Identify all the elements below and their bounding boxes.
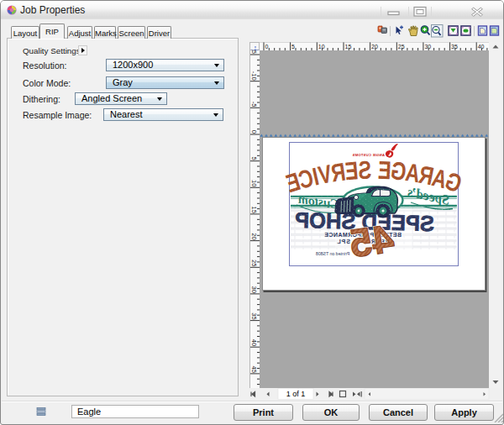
svg-text:35: 35 [250, 312, 258, 319]
svg-text:20: 20 [250, 233, 258, 239]
svg-text:15: 15 [345, 44, 352, 50]
svg-text:10: 10 [250, 180, 258, 186]
svg-text:10: 10 [318, 44, 325, 50]
svg-text:1 of 1: 1 of 1 [286, 390, 306, 398]
svg-text:30: 30 [250, 286, 258, 293]
svg-text:-10: -10 [250, 71, 258, 81]
svg-text:-15: -15 [250, 50, 258, 54]
svg-text:35: 35 [451, 44, 458, 50]
svg-text:40: 40 [478, 44, 485, 50]
svg-text:25: 25 [250, 260, 258, 266]
svg-text:15: 15 [250, 207, 258, 213]
svg-text:30: 30 [424, 44, 431, 50]
svg-text:0: 0 [250, 130, 258, 134]
svg-text:0: 0 [265, 44, 269, 50]
svg-text:20: 20 [371, 44, 378, 50]
svg-text:45: 45 [250, 366, 258, 373]
svg-text:-5: -5 [250, 102, 258, 108]
svg-text:25: 25 [398, 44, 405, 50]
svg-text:40: 40 [250, 339, 258, 346]
svg-text:5: 5 [291, 44, 295, 50]
svg-text:5: 5 [250, 157, 258, 160]
svg-text:45: 45 [347, 216, 396, 266]
